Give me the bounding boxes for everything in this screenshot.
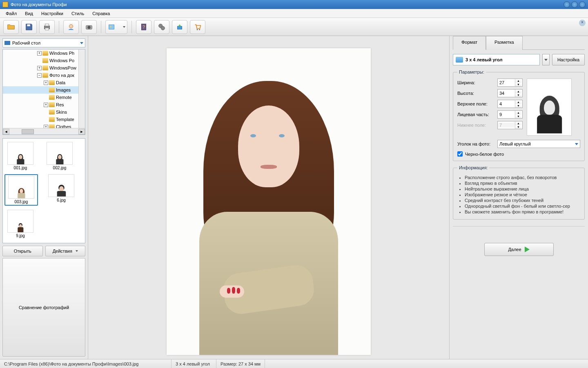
info-item: Вы сможете заменить фон прямо в программ… [465,209,580,214]
corner-select[interactable]: Левый круглый [497,140,580,148]
thumbnail-item[interactable]: 9.jpg [4,210,36,238]
open-button[interactable]: Открыть [2,246,43,256]
video-button[interactable] [154,20,169,34]
face-part-input[interactable]: ▲▼ [497,110,523,119]
tree-item[interactable]: Data [56,80,65,85]
open-folder-button[interactable] [3,20,19,34]
next-button[interactable]: Далее [484,243,554,256]
bw-label: Черно-белое фото [465,152,504,157]
height-label: Высота: [457,91,495,96]
titlebar: Фото на документы Профи [0,0,588,9]
tab-format[interactable]: Формат [453,36,486,50]
path-selector[interactable]: Рабочий стол [2,38,85,47]
tree-item[interactable]: Фото на док [49,73,74,78]
info-item: Расположение строго анфас, без поворотов [465,175,580,180]
folder-tree[interactable]: +Windows Ph Windows Po +WindowsPow −Фото… [2,49,85,135]
tree-item[interactable]: Skins [56,110,67,114]
help-button[interactable]: ? [136,20,151,34]
format-icon [456,57,463,63]
left-panel: Рабочий стол +Windows Ph Windows Po +Win… [0,36,88,359]
toolbar-separator [101,21,101,33]
cart-button[interactable] [190,20,205,34]
menu-view[interactable]: Вид [21,10,37,17]
update-button[interactable] [172,20,187,34]
bw-checkbox[interactable] [457,151,463,157]
width-input[interactable]: ▲▼ [497,79,523,87]
format-dropdown-button[interactable] [542,54,550,65]
effects-button[interactable] [105,20,127,34]
menu-file[interactable]: Файл [2,10,21,17]
main-area: Рабочий стол +Windows Ph Windows Po +Win… [0,36,588,359]
settings-button[interactable]: Настройка [552,54,585,65]
format-selector[interactable]: 3 x 4 левый угол [453,54,540,65]
menu-settings[interactable]: Настройки [37,10,67,17]
bottom-field-label: Нижнее поле: [457,123,495,128]
svg-rect-7 [109,25,114,29]
thumbnail-item-selected[interactable]: 003.jpg [4,174,38,206]
tab-markup[interactable]: Разметка [486,36,523,50]
svg-point-12 [161,26,165,30]
thumbnail-grid: 001.jpg 002.jpg 003.jpg 6.jpg 9.jpg [2,138,85,243]
info-legend: Информация: [457,165,489,170]
tree-item[interactable]: Res [56,102,64,107]
close-button[interactable] [579,1,586,8]
camera-button[interactable] [81,20,97,34]
chevron-down-icon [544,59,548,61]
tab-body: 3 x 4 левый угол Настройка Параметры: Ши… [453,49,585,356]
toolbar: ? × [0,18,588,36]
info-item: Взгляд прямо в объектив [465,181,580,186]
top-field-label: Верхнее поле: [457,101,495,106]
corner-label: Уголок на фото: [457,141,495,146]
maximize-button[interactable] [571,1,578,8]
face-detect-button[interactable] [63,20,79,34]
compare-button[interactable]: Сравнение фотографий [2,258,85,357]
tree-item[interactable]: WindowsPow [49,65,76,70]
thumbnail-item[interactable]: 001.jpg [4,142,36,170]
close-panel-button[interactable]: × [579,20,586,26]
sidebar-buttons: Открыть Действия [2,246,85,256]
actions-button[interactable]: Действия [45,246,86,256]
svg-point-4 [69,24,73,28]
toolbar-separator [131,21,132,33]
print-button[interactable] [39,20,55,34]
svg-point-14 [197,29,198,30]
vertical-scrollbar[interactable] [78,49,85,128]
thumbnail-item[interactable]: 002.jpg [44,142,76,170]
window-buttons [564,1,586,8]
save-button[interactable] [21,20,37,34]
top-field-input[interactable]: ▲▼ [497,100,523,108]
chevron-down-icon [76,250,78,252]
face-part-label: Лицевая часть: [457,112,495,117]
chevron-down-icon [575,143,578,145]
tree-item[interactable]: Windows Po [49,58,74,63]
width-label: Ширина: [457,80,495,85]
minimize-button[interactable] [564,1,570,8]
status-path: C:\Program Files (x86)\Фото на документы… [0,359,172,368]
right-panel: Формат Разметка 3 x 4 левый угол Настрой… [449,36,588,359]
tree-item[interactable]: Template [56,117,74,122]
height-input[interactable]: ▲▼ [497,89,523,97]
arrow-right-icon [525,247,530,252]
menu-help[interactable]: Справка [88,10,114,17]
status-size: Размер: 27 x 34 мм [216,359,265,368]
svg-rect-13 [178,26,182,29]
tree-item-selected[interactable]: Images [56,88,71,92]
tree-item[interactable]: Remote [56,95,72,100]
path-label: Рабочий стол [12,40,40,45]
menubar: Файл Вид Настройки Стиль Справка [0,9,588,18]
preview-area [88,36,449,359]
bottom-field-input: ▲▼ [497,121,523,129]
photo-preview[interactable] [167,48,371,355]
thumbnail-item[interactable]: 6.jpg [45,174,77,206]
parameters-preview [527,79,572,136]
svg-text:?: ? [143,25,145,29]
svg-point-6 [87,26,90,29]
menu-style[interactable]: Стиль [67,10,88,17]
info-item: Изображение резкое и чёткое [465,192,580,197]
statusbar: C:\Program Files (x86)\Фото на документы… [0,359,588,368]
parameters-group: Параметры: Ширина:▲▼ Высота:▲▼ Верхнее п… [453,70,585,161]
horizontal-scrollbar[interactable]: ◄► [3,128,85,135]
tree-item[interactable]: Windows Ph [49,51,74,56]
person-photo [167,48,371,355]
info-group: Информация: Расположение строго анфас, б… [453,165,585,220]
